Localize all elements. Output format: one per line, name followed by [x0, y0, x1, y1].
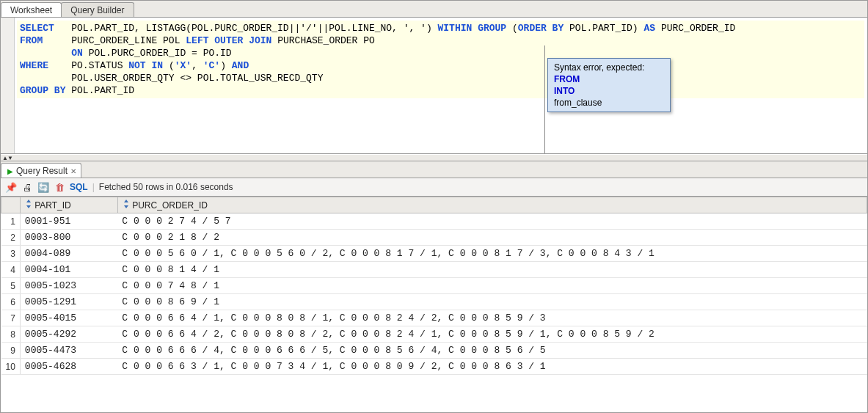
- table-row[interactable]: 90005-4473C 0 0 0 6 6 6 / 4, C 0 0 0 6 6…: [1, 343, 867, 359]
- pin-icon[interactable]: 📌: [5, 181, 17, 193]
- splitter[interactable]: ▲▼: [1, 154, 867, 161]
- sql-code[interactable]: SELECT POL.PART_ID, LISTAGG(POL.PURC_ORD…: [17, 21, 864, 98]
- close-icon[interactable]: ✕: [70, 167, 76, 175]
- cell-purc-order-id[interactable]: C 0 0 0 6 6 4 / 2, C 0 0 0 8 0 8 / 2, C …: [117, 326, 867, 343]
- cell-purc-order-id[interactable]: C 0 0 0 8 1 4 / 1: [117, 262, 867, 278]
- tab-query-result-label: Query Result: [16, 166, 68, 176]
- cell-purc-order-id[interactable]: C 0 0 0 6 6 3 / 1, C 0 0 0 7 3 4 / 1, C …: [117, 359, 867, 375]
- sort-icon: [123, 200, 130, 208]
- table-row[interactable]: 10001-951C 0 0 0 2 7 4 / 5 7: [1, 213, 867, 230]
- tab-worksheet[interactable]: Worksheet: [1, 2, 62, 17]
- play-icon: ▶: [7, 167, 13, 175]
- tooltip-opt-into: INTO: [554, 85, 664, 97]
- kw-select: SELECT: [20, 23, 54, 34]
- cell-purc-order-id[interactable]: C 0 0 0 6 6 4 / 1, C 0 0 0 8 0 8 / 1, C …: [117, 310, 867, 326]
- table-row[interactable]: 70005-4015C 0 0 0 6 6 4 / 1, C 0 0 0 8 0…: [1, 310, 867, 326]
- col-purc-order-id[interactable]: PURC_ORDER_ID: [117, 197, 867, 213]
- cell-part-id[interactable]: 0003-800: [20, 230, 117, 246]
- delete-icon[interactable]: 🗑: [54, 181, 65, 193]
- result-tabs: ▶ Query Result ✕: [1, 161, 867, 178]
- kw-group: GROUP: [478, 23, 506, 34]
- cell-purc-order-id[interactable]: C 0 0 0 2 1 8 / 2: [117, 230, 867, 246]
- toolbar-separator: |: [92, 182, 95, 192]
- kw-outer: OUTER: [214, 35, 243, 46]
- cell-part-id[interactable]: 0005-4628: [20, 359, 117, 375]
- cell-part-id[interactable]: 0005-1023: [20, 278, 117, 294]
- kw-groupby2: BY: [54, 85, 66, 96]
- splitter-arrows-icon: ▲▼: [1, 155, 12, 161]
- cell-purc-order-id[interactable]: C 0 0 0 6 6 6 / 4, C 0 0 0 6 6 6 / 5, C …: [117, 343, 867, 359]
- cell-part-id[interactable]: 0005-4292: [20, 326, 117, 343]
- row-number: 6: [1, 294, 21, 310]
- table-row[interactable]: 60005-1291C 0 0 0 8 6 9 / 1: [1, 294, 867, 310]
- table-row[interactable]: 30004-089C 0 0 0 5 6 0 / 1, C 0 0 0 5 6 …: [1, 246, 867, 262]
- col-part-id[interactable]: PART_ID: [20, 197, 117, 213]
- cell-part-id[interactable]: 0005-1291: [20, 294, 117, 310]
- kw-on: ON: [71, 48, 83, 59]
- sort-icon: [25, 200, 32, 208]
- caret-line: [544, 45, 545, 153]
- row-number: 3: [1, 246, 21, 262]
- kw-join: JOIN: [249, 35, 271, 46]
- cell-purc-order-id[interactable]: C 0 0 0 8 6 9 / 1: [117, 294, 867, 310]
- cell-purc-order-id[interactable]: C 0 0 0 5 6 0 / 1, C 0 0 0 5 6 0 / 2, C …: [117, 246, 867, 262]
- result-toolbar: 📌 🖨 🔄 🗑 SQL | Fetched 50 rows in 0.016 s…: [1, 178, 867, 197]
- kw-order: ORDER: [518, 23, 547, 34]
- sql-editor[interactable]: SELECT POL.PART_ID, LISTAGG(POL.PURC_ORD…: [1, 18, 867, 154]
- table-row[interactable]: 80005-4292C 0 0 0 6 6 4 / 2, C 0 0 0 8 0…: [1, 326, 867, 343]
- result-table: PART_ID PURC_ORDER_ID 10001-951C 0 0 0 2…: [1, 197, 867, 375]
- kw-within: WITHIN: [438, 23, 473, 34]
- sql-link[interactable]: SQL: [70, 182, 88, 192]
- cell-part-id[interactable]: 0001-951: [20, 213, 117, 230]
- row-number-header[interactable]: [1, 197, 21, 213]
- cell-purc-order-id[interactable]: C 0 0 0 7 4 8 / 1: [117, 278, 867, 294]
- table-row[interactable]: 50005-1023C 0 0 0 7 4 8 / 1: [1, 278, 867, 294]
- row-number: 9: [1, 343, 21, 359]
- row-number: 2: [1, 230, 21, 246]
- cell-part-id[interactable]: 0005-4473: [20, 343, 117, 359]
- kw-by: BY: [552, 23, 564, 34]
- row-number: 10: [1, 359, 21, 375]
- row-number: 8: [1, 326, 21, 343]
- tab-query-result[interactable]: ▶ Query Result ✕: [1, 163, 81, 178]
- tab-query-builder[interactable]: Query Builder: [61, 2, 134, 17]
- kw-from: FROM: [20, 35, 43, 46]
- cell-part-id[interactable]: 0005-4015: [20, 310, 117, 326]
- table-row[interactable]: 40004-101C 0 0 0 8 1 4 / 1: [1, 262, 867, 278]
- refresh-icon[interactable]: 🔄: [37, 181, 49, 193]
- print-icon[interactable]: 🖨: [21, 181, 33, 193]
- cell-part-id[interactable]: 0004-101: [20, 262, 117, 278]
- kw-groupby1: GROUP: [20, 85, 48, 96]
- row-number: 5: [1, 278, 21, 294]
- table-row[interactable]: 100005-4628C 0 0 0 6 6 3 / 1, C 0 0 0 7 …: [1, 359, 867, 375]
- kw-and: AND: [232, 60, 249, 71]
- syntax-error-tooltip: Syntax error, expected: FROM INTO from_c…: [547, 58, 671, 112]
- tooltip-opt-from: FROM: [554, 73, 664, 85]
- table-row[interactable]: 20003-800C 0 0 0 2 1 8 / 2: [1, 230, 867, 246]
- tooltip-opt-fromclause: from_clause: [554, 97, 664, 109]
- kw-left: LEFT: [186, 35, 208, 46]
- editor-tabs: Worksheet Query Builder: [1, 1, 867, 18]
- fetch-status: Fetched 50 rows in 0.016 seconds: [99, 182, 233, 192]
- kw-not: NOT: [128, 60, 145, 71]
- cell-part-id[interactable]: 0004-089: [20, 246, 117, 262]
- cell-purc-order-id[interactable]: C 0 0 0 2 7 4 / 5 7: [117, 213, 867, 230]
- row-number: 4: [1, 262, 21, 278]
- kw-as: AS: [643, 23, 655, 34]
- row-number: 1: [1, 213, 21, 230]
- kw-where: WHERE: [20, 60, 48, 71]
- editor-gutter: [1, 18, 15, 153]
- tooltip-title: Syntax error, expected:: [554, 62, 664, 73]
- result-grid[interactable]: PART_ID PURC_ORDER_ID 10001-951C 0 0 0 2…: [1, 197, 867, 413]
- kw-in: IN: [151, 60, 163, 71]
- row-number: 7: [1, 310, 21, 326]
